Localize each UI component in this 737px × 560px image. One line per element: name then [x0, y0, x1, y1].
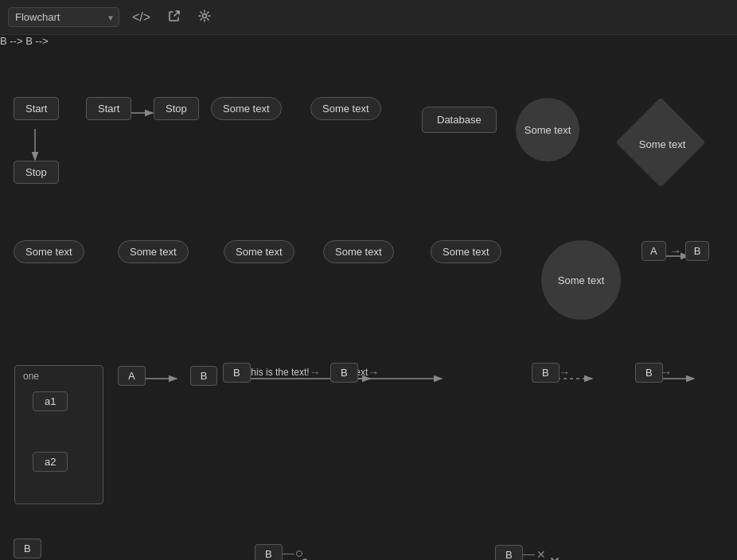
- conn1-node-a[interactable]: A: [118, 366, 146, 386]
- node-start1[interactable]: Start: [14, 97, 59, 120]
- node-row2-2[interactable]: Some text: [118, 240, 189, 263]
- node-stop2[interactable]: Stop: [154, 97, 199, 120]
- settings-icon: [198, 10, 211, 22]
- bot3-node-b[interactable]: B: [495, 545, 523, 561]
- diagram-type-dropdown[interactable]: Flowchart Sequence Class State ER Gantt …: [8, 7, 119, 27]
- connector-dashed: A ······· → B: [532, 366, 570, 379]
- node-start2[interactable]: Start: [86, 97, 131, 120]
- subgraph-label: one: [23, 371, 39, 382]
- node-a1[interactable]: a1: [33, 391, 68, 411]
- node-row2-5[interactable]: Some text: [431, 240, 501, 263]
- bottom-connector-2: A ———— B: [255, 548, 304, 559]
- node-diamond-wrapper[interactable]: Some text: [629, 111, 696, 177]
- node-stop1[interactable]: Stop: [14, 161, 59, 184]
- node-row2-4[interactable]: Some text: [323, 240, 394, 263]
- export-button[interactable]: [163, 6, 185, 29]
- conn4-node-b[interactable]: B: [532, 363, 560, 383]
- connector-with-label: A —— This is the text! → B: [223, 366, 321, 379]
- dot-marker: [296, 550, 302, 557]
- connector-plain2: A ——→ B: [635, 366, 675, 379]
- connector-text: A —— text → B: [330, 366, 379, 379]
- conn3-node-b[interactable]: B: [330, 363, 358, 383]
- bottom-connector-3: A ———— ✕ B: [495, 548, 548, 560]
- node-text2[interactable]: Some text: [310, 97, 381, 120]
- node-arrow-a1: A → B: [641, 241, 709, 261]
- conn2-node-b[interactable]: B: [223, 363, 251, 383]
- node-row2-1[interactable]: Some text: [14, 240, 84, 263]
- node-oval1[interactable]: Some text: [516, 98, 579, 161]
- conn2-label: This is the text!: [245, 367, 310, 378]
- subgraph-box: one a1 a2: [14, 365, 103, 504]
- bot2-node-b[interactable]: B: [255, 544, 283, 561]
- bot1-node-b[interactable]: B: [14, 539, 41, 558]
- node-row2-3[interactable]: Some text: [224, 240, 294, 263]
- settings-button[interactable]: [193, 6, 216, 29]
- topbar: Flowchart Sequence Class State ER Gantt …: [0, 0, 737, 35]
- diagram-canvas: B --> B --> B --> B last --> Start Stop …: [0, 35, 737, 560]
- node-text1[interactable]: Some text: [211, 97, 282, 120]
- diagram-type-select[interactable]: Flowchart Sequence Class State ER Gantt: [8, 7, 119, 27]
- conn1-node-b[interactable]: B: [190, 366, 218, 386]
- node-oval2[interactable]: Some text: [541, 240, 621, 320]
- code-view-button[interactable]: </>: [127, 7, 155, 28]
- node-database[interactable]: Database: [422, 107, 497, 133]
- svg-point-0: [203, 14, 207, 18]
- conn5-node-b[interactable]: B: [635, 363, 663, 383]
- node-a2[interactable]: a2: [33, 452, 68, 472]
- connector-plain: A B: [118, 366, 217, 386]
- export-icon: [168, 10, 181, 22]
